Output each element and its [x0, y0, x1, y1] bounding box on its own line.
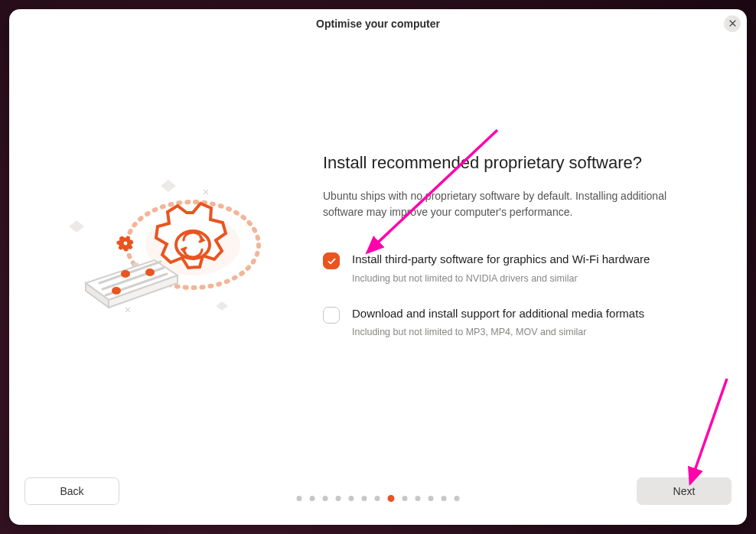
progress-dot [362, 496, 367, 501]
progress-dot [323, 496, 328, 501]
next-button-label: Next [673, 485, 696, 497]
progress-dot [297, 496, 302, 501]
page-heading: Install recommended proprietary software… [323, 153, 678, 173]
svg-marker-2 [216, 301, 228, 311]
progress-dot [442, 496, 447, 501]
option-text: Install third-party software for graphic… [352, 251, 650, 284]
content-area: Install recommended proprietary software… [9, 38, 747, 467]
option-subtext: Including but not limited to MP3, MP4, M… [352, 327, 644, 337]
svg-point-7 [121, 270, 130, 278]
progress-dot [415, 496, 421, 501]
next-button[interactable]: Next [637, 477, 732, 505]
illustration [9, 38, 300, 344]
option-label: Download and install support for additio… [352, 305, 644, 323]
progress-dot [375, 496, 380, 501]
main-pane: Install recommended proprietary software… [300, 38, 747, 359]
progress-dot [310, 496, 315, 501]
progress-dot [455, 496, 460, 501]
checkbox-media-formats[interactable] [323, 307, 340, 324]
option-text: Download and install support for additio… [352, 305, 644, 338]
svg-point-8 [145, 269, 155, 276]
back-button-label: Back [60, 485, 83, 497]
checkmark-icon [327, 256, 337, 266]
installer-window: Optimise your computer [9, 9, 747, 525]
back-button[interactable]: Back [24, 477, 119, 505]
option-third-party-drivers[interactable]: Install third-party software for graphic… [323, 251, 678, 284]
option-subtext: Including but not limited to NVIDIA driv… [352, 273, 650, 284]
window-title: Optimise your computer [316, 18, 440, 30]
svg-marker-1 [69, 220, 84, 233]
close-icon [728, 18, 737, 30]
footer-bar: Back Next [9, 467, 747, 525]
title-bar: Optimise your computer [9, 9, 747, 38]
progress-dot [429, 496, 434, 501]
checkbox-third-party-drivers[interactable] [323, 252, 340, 269]
svg-point-5 [176, 231, 210, 259]
option-media-formats[interactable]: Download and install support for additio… [323, 305, 678, 338]
svg-point-6 [124, 242, 128, 246]
svg-point-9 [112, 287, 121, 295]
progress-dot [349, 496, 354, 501]
close-button[interactable] [724, 15, 741, 32]
progress-dot [402, 496, 408, 501]
progress-dot [388, 495, 395, 502]
progress-dots [297, 496, 460, 502]
svg-marker-0 [161, 180, 176, 192]
progress-dot [336, 496, 341, 501]
option-label: Install third-party software for graphic… [352, 251, 650, 269]
page-subtext: Ubuntu ships with no proprietary softwar… [323, 188, 678, 220]
settings-illustration-icon [40, 176, 269, 344]
